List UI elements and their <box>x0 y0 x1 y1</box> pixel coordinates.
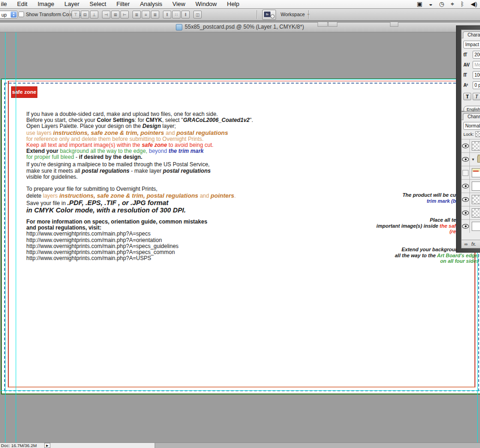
visibility-cell[interactable] <box>462 139 470 152</box>
distribute-horizontal-centers-button[interactable]: ∷ <box>172 11 180 18</box>
faux-bold-button[interactable]: T <box>463 93 471 100</box>
baseline-shift-field[interactable]: 0 pt <box>473 81 480 89</box>
character-field-row: A∕VMetric <box>463 61 480 69</box>
show-transform-checkbox[interactable] <box>18 12 24 17</box>
layer-row[interactable] <box>462 193 480 206</box>
layer-row[interactable]: ▼ <box>462 152 480 166</box>
eye-icon[interactable] <box>462 157 469 162</box>
align-bottom-edges-button[interactable]: ⊥ <box>90 11 98 18</box>
lock-transparency-icon[interactable] <box>475 131 480 137</box>
visibility-cell[interactable] <box>462 206 470 219</box>
bridge-icon: Br <box>264 12 270 17</box>
status-bar-end <box>155 443 480 448</box>
tab-character[interactable]: Character <box>463 31 480 38</box>
vertical-scale-field[interactable]: 100% <box>473 71 480 79</box>
faux-italic-button[interactable]: T <box>473 93 480 100</box>
guide-line <box>0 79 480 79</box>
note-line: Place all te <box>377 217 456 223</box>
text-segment: postal regulations <box>163 168 210 174</box>
auto-align-layers-button[interactable]: ◫ <box>193 11 202 18</box>
instruction-line: use layers instructions, safe zone & tri… <box>26 130 285 136</box>
menu-item-layer[interactable]: Layer <box>60 0 85 8</box>
text-segment: for reference only and delete them befor… <box>26 136 204 142</box>
align-left-edges-button[interactable]: ⊣ <box>102 11 110 18</box>
go-to-bridge-button[interactable]: Br <box>262 10 276 20</box>
instruction-line: Save your file in .PDF, .EPS, .TIF , or … <box>26 199 285 206</box>
auto-select-dropdown[interactable]: up ▲▼ <box>0 11 18 18</box>
distribute-vertical-centers-button[interactable]: ≡ <box>142 11 150 18</box>
align-group: ⊤⊟⊥ <box>72 11 98 18</box>
text-segment: http://www.overnightprints.com/main.php?… <box>26 230 150 237</box>
visibility-cell[interactable] <box>462 193 470 206</box>
layer-thumbnail-white[interactable] <box>472 182 480 191</box>
visibility-cell[interactable] <box>462 220 470 233</box>
baseline-shift-icon: Aª <box>463 83 471 88</box>
sync-icon[interactable]: ◒ <box>429 0 432 8</box>
align-buttons: ⊤⊟⊥⊣⊞⊢≣≡≣‖∷‖◫ <box>72 11 202 18</box>
menu-item-view[interactable]: View <box>168 0 191 8</box>
empty-visibility-box[interactable] <box>462 170 468 176</box>
align-horizontal-centers-button[interactable]: ⊞ <box>111 11 120 18</box>
expander-triangle-icon[interactable]: ▼ <box>471 157 475 162</box>
text-segment: layers <box>43 193 59 199</box>
text-segment: and <box>164 130 177 136</box>
workspace-dropdown[interactable]: Workspace ▼ <box>281 12 310 17</box>
text-segment: Art Board's edge, <box>437 253 479 258</box>
eye-icon[interactable] <box>462 197 469 202</box>
menu-item-image[interactable]: Image <box>32 0 59 8</box>
align-top-edges-button[interactable]: ⊤ <box>72 11 80 18</box>
safe-zone-badge: safe zone <box>11 86 37 98</box>
display-icon[interactable]: ▣ <box>417 0 422 8</box>
bluetooth-icon[interactable]: ᛒ <box>461 0 464 8</box>
distribute-bottom-edges-button[interactable]: ≣ <box>151 11 159 18</box>
layer-thumbnail-checker[interactable] <box>472 195 480 204</box>
link-layers-icon[interactable]: ∞ <box>464 242 468 247</box>
layer-style-icon[interactable]: fx. <box>471 242 476 247</box>
tab-channels[interactable]: Channels <box>463 113 480 120</box>
menu-item-help[interactable]: Help <box>222 0 245 8</box>
layer-rows: ▼ <box>462 139 480 233</box>
layer-thumbnail-checker[interactable] <box>472 208 480 218</box>
status-flyout-button[interactable]: ▶ <box>44 443 50 448</box>
layer-row[interactable] <box>462 206 480 219</box>
text-segment: visible for guidelines. <box>26 174 78 180</box>
blend-mode-select[interactable]: Normal <box>463 122 480 130</box>
text-segment: if desired by the design. <box>79 154 142 160</box>
align-vertical-centers-button[interactable]: ⊟ <box>81 11 89 18</box>
visibility-cell[interactable] <box>462 166 470 179</box>
eye-icon[interactable] <box>462 184 469 188</box>
visibility-cell[interactable] <box>462 180 470 193</box>
eye-icon[interactable] <box>462 211 469 215</box>
menu-item-ile[interactable]: ile <box>0 0 12 8</box>
layer-thumbnail-white[interactable] <box>472 222 480 231</box>
eye-icon[interactable] <box>462 144 469 148</box>
text-segment: Keep all text and important image(s) wit… <box>26 142 142 148</box>
kerning-field[interactable]: Metric <box>473 61 480 69</box>
binoculars-icon[interactable]: ⌖ <box>451 0 454 8</box>
layer-thumbnail-folder[interactable] <box>477 155 480 163</box>
volume-icon[interactable]: ◀) <box>471 0 477 8</box>
align-right-edges-button[interactable]: ⊢ <box>120 11 129 18</box>
menu-item-analysis[interactable]: Analysis <box>135 0 167 8</box>
layer-row[interactable] <box>462 219 480 233</box>
menu-item-select[interactable]: Select <box>84 0 111 8</box>
layer-thumbnail-checker[interactable] <box>472 141 480 151</box>
font-family-field[interactable]: Impact <box>463 41 480 48</box>
time-machine-icon[interactable]: ◷ <box>439 0 444 8</box>
align-group: ◫ <box>193 11 202 18</box>
layer-row[interactable] <box>462 179 480 193</box>
menu-item-edit[interactable]: Edit <box>12 0 32 8</box>
menu-item-filter[interactable]: Filter <box>111 0 135 8</box>
layer-thumbnail-art[interactable] <box>472 168 480 177</box>
layer-row[interactable] <box>462 139 480 152</box>
distribute-right-edges-button[interactable]: ‖ <box>181 11 190 18</box>
distribute-left-edges-button[interactable]: ‖ <box>163 11 171 18</box>
menu-item-window[interactable]: Window <box>191 0 222 8</box>
text-segment: for proper full bleed <box>26 154 74 160</box>
font-size-icon: tT <box>463 52 471 57</box>
font-size-field[interactable]: 200 p <box>473 51 480 59</box>
visibility-cell[interactable] <box>462 153 470 166</box>
eye-icon[interactable] <box>462 224 469 229</box>
distribute-top-edges-button[interactable]: ≣ <box>132 11 141 18</box>
layer-row[interactable] <box>462 166 480 179</box>
